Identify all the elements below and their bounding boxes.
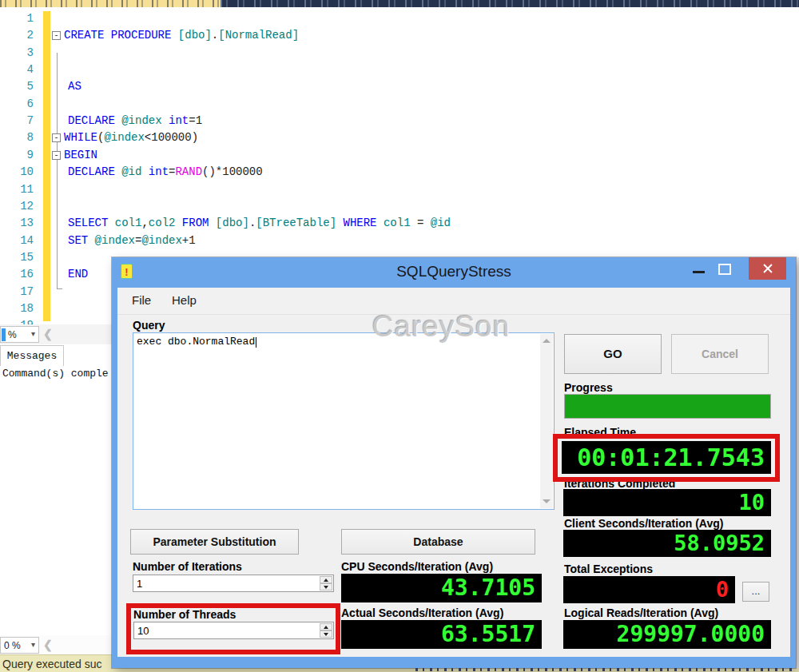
cancel-button: Cancel xyxy=(671,334,769,374)
line-number: 5 xyxy=(0,80,34,93)
line-number: 2 xyxy=(0,29,34,42)
code-line: 2-CREATE PROCEDURE [dbo].[NormalRead] xyxy=(0,28,795,45)
messages-output-text: Command(s) comple xyxy=(2,368,109,380)
logical-reads-display: 299997.0000 xyxy=(563,620,771,649)
stepper-down-button[interactable] xyxy=(320,583,332,590)
code-text: AS xyxy=(64,80,81,93)
code-text: CREATE PROCEDURE [dbo].[NormalRead] xyxy=(64,29,299,42)
scroll-down-icon[interactable] xyxy=(543,499,551,503)
elapsed-time-display: 00:01:21.7543 xyxy=(562,441,771,474)
line-number: 11 xyxy=(0,183,34,196)
status-bar-clipped-text xyxy=(415,668,793,671)
logical-reads-label: Logical Reads/Iteration (Avg) xyxy=(564,606,718,619)
exceptions-detail-button[interactable]: ... xyxy=(742,582,769,602)
code-line: 13SELECT col1,col2 FROM [dbo].[BTreeTabl… xyxy=(0,216,795,233)
editor-zoom-combobox[interactable]: % ▾ xyxy=(0,326,39,343)
menu-bar: File Help xyxy=(117,288,790,315)
triangle-up-icon xyxy=(324,626,328,629)
line-number: 9 xyxy=(0,149,34,161)
line-number: 4 xyxy=(0,63,34,76)
dialog-client-area: File Help Query exec dbo.NormalRead Care… xyxy=(117,288,790,657)
client-seconds-label: Client Seconds/Iteration (Avg) xyxy=(564,517,723,530)
triangle-down-icon xyxy=(324,633,328,636)
text-cursor xyxy=(256,337,256,348)
stepper-buttons xyxy=(320,623,332,638)
line-number: 16 xyxy=(0,268,34,280)
messages-tab-label: Messages xyxy=(7,350,57,362)
editor-zoom-row: % ▾ ❮ xyxy=(0,324,112,344)
code-text: BEGIN xyxy=(64,149,97,161)
menu-file[interactable]: File xyxy=(132,293,151,307)
go-button[interactable]: GO xyxy=(564,334,662,374)
line-number: 17 xyxy=(0,285,34,298)
progress-bar xyxy=(564,394,771,419)
client-seconds-display: 58.0952 xyxy=(563,530,771,557)
stepper-down-button[interactable] xyxy=(320,630,332,638)
sqlquerystress-window: ! SQLQueryStress File Help Query exec db… xyxy=(112,257,796,668)
fold-toggle-icon[interactable]: - xyxy=(52,31,61,40)
threads-value: 10 xyxy=(137,625,149,637)
tab-messages[interactable]: Messages xyxy=(0,345,64,366)
status-message: Query executed suc xyxy=(2,658,102,670)
database-button[interactable]: Database xyxy=(341,529,535,555)
ssms-tab-active[interactable] xyxy=(0,0,221,7)
menu-help[interactable]: Help xyxy=(172,293,197,307)
line-number: 18 xyxy=(0,302,34,315)
code-line: 14SET @index=@index+1 xyxy=(0,233,795,250)
progress-label: Progress xyxy=(564,381,613,394)
chevron-down-icon: ▾ xyxy=(31,640,35,649)
scroll-up-icon[interactable] xyxy=(543,339,551,343)
cpu-seconds-display: 43.7105 xyxy=(341,574,542,602)
minimize-button[interactable] xyxy=(693,271,705,273)
code-text: WHILE(@index<100000) xyxy=(64,131,198,144)
hscroll-left-icon[interactable]: ❮ xyxy=(43,328,53,340)
triangle-down-icon xyxy=(324,586,328,589)
threads-label: Number of Threads xyxy=(133,608,236,621)
threads-stepper[interactable]: 10 xyxy=(133,622,334,639)
code-text: SET @index=@index+1 xyxy=(64,234,196,247)
chevron-down-icon: ▾ xyxy=(31,329,35,338)
query-scrollbar[interactable] xyxy=(540,334,553,508)
code-line: 6 xyxy=(0,97,795,113)
close-button[interactable] xyxy=(749,257,786,280)
ssms-tab-strip xyxy=(0,0,799,7)
line-number: 8 xyxy=(0,131,34,144)
code-line: 5AS xyxy=(0,79,795,96)
triangle-up-icon xyxy=(324,579,328,582)
iterations-completed-label: Iterations Completed xyxy=(564,477,675,490)
editor-zoom-value: % xyxy=(8,329,17,340)
line-number: 7 xyxy=(0,114,34,127)
query-label: Query xyxy=(133,319,165,332)
stepper-buttons xyxy=(320,576,332,590)
code-text: END xyxy=(64,268,88,280)
code-line: 9-BEGIN xyxy=(0,148,795,165)
messages-zoom-combobox[interactable]: 0 % ▾ xyxy=(0,637,39,654)
code-line: 12 xyxy=(0,199,795,216)
ssms-tab-inactive[interactable] xyxy=(221,0,799,7)
screen: 12-CREATE PROCEDURE [dbo].[NormalRead]34… xyxy=(0,0,799,672)
line-number: 6 xyxy=(0,97,34,110)
code-text: DECLARE @index int=1 xyxy=(64,114,202,127)
code-line: 11 xyxy=(0,182,795,199)
fold-toggle-icon[interactable]: - xyxy=(52,133,61,142)
iterations-stepper[interactable]: 1 xyxy=(133,575,334,592)
fold-toggle-icon[interactable]: - xyxy=(52,151,61,160)
hscroll-left-icon[interactable]: ❮ xyxy=(43,638,53,651)
line-number: 13 xyxy=(0,217,34,229)
iterations-label: Number of Iterations xyxy=(133,560,242,573)
stepper-up-button[interactable] xyxy=(320,576,332,583)
messages-zoom-value: 0 % xyxy=(4,640,21,651)
total-exceptions-display: 0 xyxy=(563,576,735,603)
maximize-button[interactable] xyxy=(718,264,731,275)
elapsed-time-label: Elapsed Time xyxy=(564,426,636,439)
line-number: 3 xyxy=(0,46,34,59)
code-text: SELECT col1,col2 FROM [dbo].[BTreeTable]… xyxy=(64,217,451,229)
parameter-substitution-button[interactable]: Parameter Substitution xyxy=(130,529,299,555)
line-number: 1 xyxy=(0,12,34,25)
cpu-seconds-label: CPU Seconds/Iteration (Avg) xyxy=(341,560,493,573)
actual-seconds-label: Actual Seconds/Iteration (Avg) xyxy=(341,606,503,619)
stepper-up-button[interactable] xyxy=(320,623,332,630)
total-exceptions-label: Total Exceptions xyxy=(564,563,653,575)
query-input[interactable]: exec dbo.NormalRead xyxy=(133,332,555,510)
code-line: 8-WHILE(@index<100000) xyxy=(0,130,795,147)
